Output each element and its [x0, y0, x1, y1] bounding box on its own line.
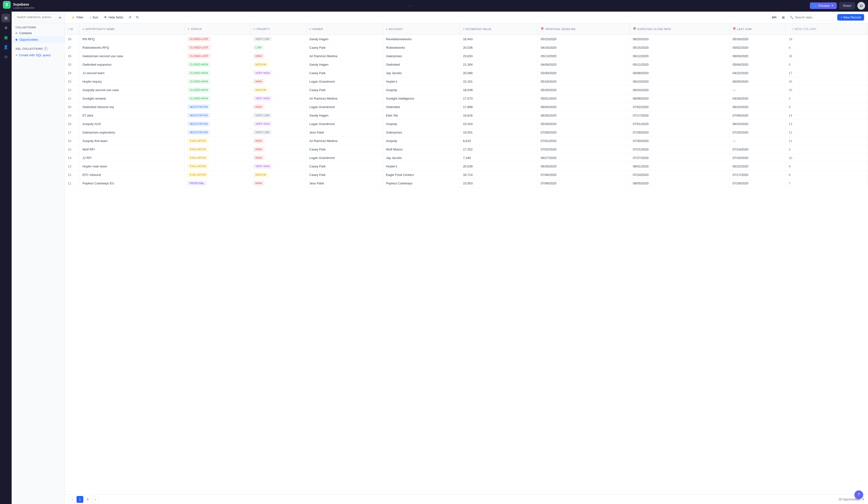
cell-account: Payless Cashways [383, 179, 460, 188]
api-button[interactable]: RPI [770, 15, 779, 20]
cell-priority: VERY HIGH [250, 94, 306, 103]
new-record-button[interactable]: + New Record [837, 14, 864, 21]
col-header-id[interactable]: # ID [65, 23, 80, 35]
table-row[interactable]: 16 Acepoly first team EVALUATION HIGH Ar… [65, 137, 868, 145]
col-header-opportunity-name[interactable]: A OPPORTUNITY NAME [80, 23, 184, 35]
opportunities-dot-icon [16, 39, 18, 41]
cell-id: 26 [65, 52, 80, 60]
table-row[interactable]: 26 Galerprises second use case CLOSED-LO… [65, 52, 868, 60]
col-header-estimated-value[interactable]: # ESTIMATED VALUE [460, 23, 538, 35]
sidebar-icon-table[interactable]: ▦ [1, 33, 10, 42]
cell-last-val: 9 [786, 162, 868, 171]
cell-opportunity-name: Sunlight renewal [80, 94, 184, 103]
add-column-icon: + [792, 27, 793, 31]
table-row[interactable]: 23 Huyler inquiry CLOSED-WON HIGH Logan … [65, 77, 868, 86]
sidebar-icon-users[interactable]: 👤 [1, 43, 10, 51]
cell-last-val: 13 [786, 120, 868, 128]
sidebar-item-opportunities[interactable]: Opportunities [12, 36, 65, 43]
table-row[interactable]: 12 EFC inbound EVALUATION MEDIUM Casey P… [65, 171, 868, 179]
cell-id: 24 [65, 69, 80, 77]
cell-last-val: 8 [786, 171, 868, 179]
col-header-new-column[interactable]: + NEW COLUMN [786, 23, 868, 35]
collapse-panel-button[interactable]: ◀ [57, 14, 62, 20]
sync-icon-2: ↻ [136, 16, 139, 19]
cell-estimated-value: 16,616 [460, 111, 538, 120]
cell-last-com: --- [730, 86, 786, 94]
search-data-input[interactable] [788, 14, 836, 21]
table-row[interactable]: 22 Acepolly second use case CLOSED-WON M… [65, 86, 868, 94]
sidebar-icon-settings[interactable]: ⊙ [1, 52, 10, 61]
cell-opportunity-name: Huyler main team [80, 162, 184, 171]
cell-account: Wolf Motors [383, 145, 460, 154]
table-row[interactable]: 21 Sunlight renewal CLOSED-WON VERY HIGH… [65, 94, 868, 103]
filter-button[interactable]: ⚡ Filter [69, 14, 86, 20]
cell-owner: Casey Park [306, 162, 383, 171]
cell-estimated-value: 6,615 [460, 137, 538, 145]
cell-opportunity-name: Owlimited inbound req [80, 103, 184, 111]
table-row[interactable]: 14 JJ RFI EVALUATION HIGH Logan Grandmon… [65, 154, 868, 162]
cell-account: Robinetworks [383, 43, 460, 52]
col-header-priority[interactable]: ◎ PRIORITY [250, 23, 306, 35]
cell-proposal-deadline: 07/02/2020 [538, 145, 630, 154]
avatar[interactable]: U [857, 2, 865, 10]
cell-owner: Logan Grandmont [306, 120, 383, 128]
sync-button-2[interactable]: ↻ [134, 14, 141, 20]
sql-collections-label: SQL COLLECTIONS ? [12, 43, 65, 52]
table-row[interactable]: 18 Acepoly AUS NEGOTIATION VERY HIGH Log… [65, 120, 868, 128]
share-button[interactable]: Share [839, 2, 855, 9]
cell-owner: Jess Patel [306, 179, 383, 188]
help-button[interactable]: ? [855, 491, 863, 499]
search-collections-input[interactable] [14, 14, 55, 20]
prev-page-button[interactable]: ‹ [69, 496, 75, 503]
app-logo: S [3, 1, 11, 9]
col-header-owner[interactable]: A OWNER [306, 23, 383, 35]
preview-button[interactable]: 🌐 Preview ▼ [810, 2, 837, 9]
sync-button-1[interactable]: ↺ [127, 14, 133, 20]
col-header-last-com[interactable]: 📅 LAST COM [730, 23, 786, 35]
sidebar-item-contacts[interactable]: Contacts [12, 30, 65, 36]
cell-proposal-deadline: 06/29/2020 [538, 162, 630, 171]
more-options-button[interactable]: ··· [407, 2, 414, 9]
sql-help-icon[interactable]: ? [44, 47, 48, 51]
cell-last-com: 07/17/2020 [730, 171, 786, 179]
sort-icon: ↕ [89, 16, 91, 19]
page-2-button[interactable]: 2 [84, 496, 91, 503]
page-1-button[interactable]: 1 [76, 496, 83, 503]
cell-last-com: 05/04/2020 [730, 60, 786, 69]
cell-priority: VERY LOW [250, 111, 306, 120]
cell-opportunity-name: Acepolly second use case [80, 86, 184, 94]
cell-id: 15 [65, 145, 80, 154]
col-header-proposal-deadline[interactable]: 📅 PROPOSAL DEADLINE [538, 23, 630, 35]
next-page-button[interactable]: › [92, 496, 99, 503]
table-row[interactable]: 25 Owlimited expansion CLOSED-WON MEDIUM… [65, 60, 868, 69]
cell-last-com: 07/09/2020 [730, 111, 786, 120]
toolbar: ⚡ Filter ↕ Sort 👁 Hide fields ↺ ↻ [65, 12, 868, 23]
refresh-icon[interactable]: ↺ [862, 498, 864, 501]
table-row[interactable]: 17 Galerprises exploratory NEGOTIATION V… [65, 128, 868, 137]
cell-owner: Casey Park [306, 171, 383, 179]
table-row[interactable]: 11 Payless Cashways EU PROPOSAL HIGH Jes… [65, 179, 868, 188]
sidebar-icon-home[interactable]: ⊞ [1, 13, 10, 22]
cell-id: 25 [65, 60, 80, 69]
col-header-account[interactable]: A ACCOUNT [383, 23, 460, 35]
cell-owner: Casey Park [306, 43, 383, 52]
create-sql-query-button[interactable]: + Create with SQL query [12, 52, 65, 58]
hide-fields-button[interactable]: 👁 Hide fields [102, 14, 126, 20]
table-row[interactable]: 24 JJ second team CLOSED-WON VERY HIGH C… [65, 69, 868, 77]
table-row[interactable]: 15 Wolf RFI EVALUATION HIGH Casey Park W… [65, 145, 868, 154]
table-row[interactable]: 19 ET pilot NEGOTIATION VERY LOW Sandy H… [65, 111, 868, 120]
cell-expected-close-date: 07/01/2020 [630, 120, 730, 128]
col-header-status[interactable]: ◎ STATUS [184, 23, 250, 35]
layout-button[interactable]: ▦ [779, 14, 787, 21]
table-row[interactable]: 13 Huyler main team EVALUATION VERY HIGH… [65, 162, 868, 171]
cell-expected-close-date: 05/08/2020 [630, 69, 730, 77]
table-row[interactable]: 28 RN RFQ CLOSED-LOST VERY LOW Sandy Hag… [65, 35, 868, 43]
cell-proposal-deadline: 06/26/2020 [538, 111, 630, 120]
sidebar-icon-search[interactable]: ⊕ [1, 23, 10, 32]
cell-status: CLOSED-WON [184, 77, 250, 86]
table-row[interactable]: 27 Robinetworks RFQ CLOSED-LOST LOW Case… [65, 43, 868, 52]
cell-status: NEGOTIATION [184, 111, 250, 120]
table-row[interactable]: 20 Owlimited inbound req NEGOTIATION HIG… [65, 103, 868, 111]
sort-button[interactable]: ↕ Sort [87, 14, 101, 20]
col-header-expected-close-date[interactable]: 📅 EXPECTED CLOSE DATE [630, 23, 730, 35]
